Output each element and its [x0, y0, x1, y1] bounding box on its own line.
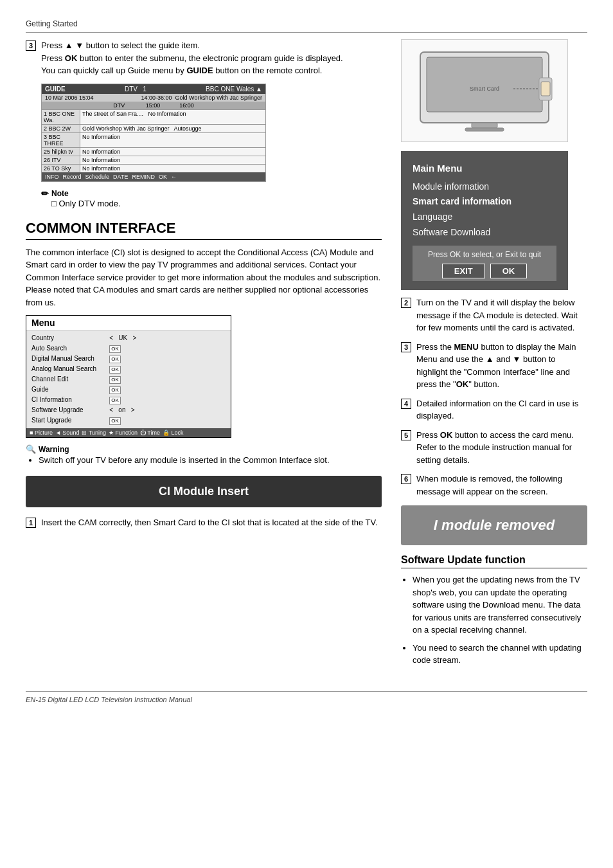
right-step4: 4 Detailed information on the CI card in…	[401, 397, 587, 422]
guide-ch-info-3: No Information	[80, 133, 265, 147]
note-section: ✏ Note Only DTV mode.	[41, 188, 382, 208]
guide-footer: INFO Record Schedule DATE REMIND OK ←	[42, 172, 265, 181]
menu-row-startupgrade: Start Upgrade	[31, 415, 96, 426]
ok-exit-buttons: EXIT OK	[442, 264, 527, 278]
software-update-heading: Software Update function	[401, 554, 587, 568]
guide-time1: 15:00	[146, 102, 161, 109]
menu-val-country: < UK >	[109, 333, 136, 343]
svg-rect-4	[472, 123, 497, 128]
software-bullet-2: You need to search the channel with upda…	[413, 642, 587, 667]
right-steps: 2 Turn on the TV and it will display the…	[401, 296, 587, 498]
guide-ch-name-3: 3 BBC THREE	[42, 133, 80, 147]
menu-row-guide: Guide	[31, 384, 96, 395]
common-interface-heading: COMMON INTERFACE	[26, 220, 382, 240]
guide-ch-info-5: No Information	[80, 156, 265, 164]
svg-rect-1	[427, 57, 542, 112]
note-label: ✏ Note	[41, 188, 382, 199]
footer-text: EN-15 Digital LED LCD Television Instruc…	[26, 696, 192, 703]
right-step2-num: 2	[401, 298, 411, 308]
warning-section: 🔍 Warning Switch off your TV before any …	[26, 444, 382, 467]
software-bullet-1: When you get the updating news from the …	[413, 574, 587, 637]
guide-time-bar: 10 Mar 2006 15:04 14:00-36:00 Gold Works…	[42, 94, 265, 102]
warning-list: Switch off your TV before any module is …	[39, 454, 382, 467]
right-step2: 2 Turn on the TV and it will display the…	[401, 296, 587, 334]
pencil-icon: ✏	[41, 188, 49, 199]
menu-row-autosearch: Auto Search	[31, 343, 96, 354]
guide-dtv-row: DTV 15:00 16:00	[42, 102, 265, 109]
warning-label: 🔍 Warning	[26, 444, 382, 454]
guide-time2: 16:00	[179, 102, 194, 109]
tv-svg: Smart Card	[414, 46, 555, 136]
menu-val-autosearch: OK	[109, 343, 136, 354]
warning-item-1: Switch off your TV before any module is …	[39, 454, 382, 467]
right-step4-text: Detailed information on the CI card in u…	[416, 397, 587, 422]
menu-content: Country Auto Search Digital Manual Searc…	[26, 330, 231, 428]
menu-val-guide: OK	[109, 384, 136, 395]
page-footer: EN-15 Digital LED LCD Television Instruc…	[26, 691, 587, 703]
guide-screenshot: GUIDE DTV 1 BBC ONE Wales ▲ 10 Mar 2006 …	[41, 84, 266, 182]
guide-label-s3: GUIDE	[186, 66, 213, 75]
step3-left: 3 Press ▲ ▼ button to select the guide i…	[26, 39, 382, 77]
menu-footer-picture: ■ Picture	[30, 429, 53, 436]
ci-step1-text: Insert the CAM correctly, then Smart Car…	[41, 516, 378, 529]
guide-header-left: GUIDE	[45, 86, 66, 93]
ci-step1: 1 Insert the CAM correctly, then Smart C…	[26, 516, 382, 529]
module-removed-banner: I module removed	[401, 505, 587, 545]
guide-channel-row-2: 2 BBC 2W Gold Workshop With Jac Springer…	[42, 124, 265, 132]
menu-footer-tuning: ⊞ Tuning	[82, 429, 106, 436]
menu-footer: ■ Picture ◄ Sound ⊞ Tuning ★ Function ⏻ …	[26, 428, 231, 437]
press-ok-bar: Press OK to select, or Exit to quit EXIT…	[413, 246, 556, 281]
svg-rect-5	[465, 128, 504, 131]
software-update-section: Software Update function When you get th…	[401, 554, 587, 667]
menu-row-country: Country	[31, 333, 96, 343]
menu-val-softwareupgrade: < on >	[109, 405, 136, 415]
ok-bold-s5r: OK	[440, 430, 453, 440]
ci-banner: CI Module Insert	[26, 476, 382, 507]
guide-channel-row-3: 3 BBC THREE No Information	[42, 132, 265, 147]
guide-channel-row-5: 26 ITV No Information	[42, 156, 265, 164]
warning-icon: 🔍	[26, 444, 36, 454]
guide-footer-ok: OK	[159, 174, 167, 180]
menu-row-digitalsearch: Digital Manual Search	[31, 354, 96, 364]
main-menu-item-2: Smart card information	[413, 194, 556, 210]
right-step6-num: 6	[401, 474, 411, 484]
guide-ch-info-4: No Information	[80, 148, 265, 156]
main-menu-title: Main Menu	[413, 160, 556, 177]
guide-header-right: BBC ONE Wales ▲	[206, 86, 262, 93]
right-step3-num: 3	[401, 342, 411, 352]
guide-header-mid: DTV 1	[125, 86, 147, 93]
menu-footer-function: ★ Function	[109, 429, 138, 436]
guide-channel-row-6: 26 TO Sky No Information	[42, 164, 265, 172]
guide-date: 10 Mar 2006 15:04	[45, 95, 94, 101]
right-step4-num: 4	[401, 399, 411, 409]
menu-footer-sound: ◄ Sound	[55, 429, 79, 436]
right-step3: 3 Press the MENU button to display the M…	[401, 341, 587, 391]
right-step5-num: 5	[401, 430, 411, 440]
software-update-bullets: When you get the updating news from the …	[413, 574, 587, 667]
guide-header: GUIDE DTV 1 BBC ONE Wales ▲	[42, 84, 265, 94]
menu-val-channeledit: OK	[109, 374, 136, 384]
menu-val-ciinfo: OK	[109, 395, 136, 405]
main-menu-item-1: Module information	[413, 179, 556, 195]
guide-footer-record: Record	[63, 174, 82, 180]
right-step6: 6 When module is removed, the following …	[401, 473, 587, 498]
guide-footer-remind: REMIND	[132, 174, 155, 180]
left-column: 3 Press ▲ ▼ button to select the guide i…	[26, 39, 382, 672]
right-column: Smart Card Main Menu Module information …	[401, 39, 587, 672]
ok-label-s3: OK	[65, 53, 78, 63]
ok-bold-s3r: OK	[456, 379, 469, 389]
exit-button[interactable]: EXIT	[442, 264, 485, 278]
guide-footer-info: INFO	[45, 174, 59, 180]
menu-screenshot: Menu Country Auto Search Digital Manual …	[26, 315, 231, 438]
ok-button[interactable]: OK	[490, 264, 528, 278]
note-list: Only DTV mode.	[51, 199, 382, 208]
svg-text:Smart Card: Smart Card	[470, 86, 499, 92]
tv-image: Smart Card	[401, 39, 568, 142]
guide-ch-name-4: 25 hilpkn tv	[42, 148, 80, 156]
menu-footer-time: ⏻ Time	[140, 429, 160, 436]
step3-num: 3	[26, 41, 36, 51]
menu-row-ciinfo: CI Information	[31, 395, 96, 405]
guide-ch-info-1: The street of San Fra.... No Information	[80, 110, 265, 124]
menu-footer-lock: 🔒 Lock	[163, 429, 184, 436]
guide-footer-schedule: Schedule	[85, 174, 110, 180]
